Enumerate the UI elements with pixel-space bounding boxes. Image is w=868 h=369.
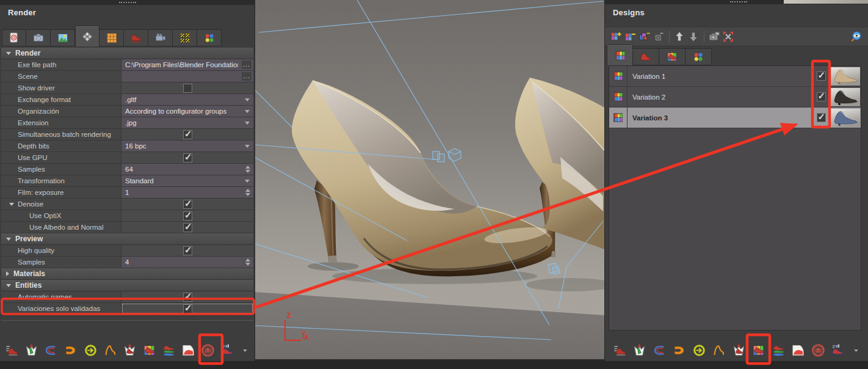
property-row-exe-file-path: Exe file pathC:\Program Files\Blender Fo… xyxy=(1,59,253,71)
tool-move-up[interactable] xyxy=(673,30,686,43)
tool-render-camera[interactable] xyxy=(201,342,215,358)
variation-row[interactable]: Variation 3 xyxy=(609,108,861,128)
chevron-down-icon[interactable] xyxy=(245,98,250,101)
checkbox[interactable] xyxy=(183,211,192,221)
tool-shoe-outline[interactable] xyxy=(652,342,667,358)
move-up-icon xyxy=(673,31,685,43)
variation-checkbox[interactable] xyxy=(817,92,826,101)
checkbox[interactable] xyxy=(183,84,192,93)
tab-shoes[interactable] xyxy=(124,29,148,46)
checkbox[interactable] xyxy=(183,153,192,163)
checkbox[interactable] xyxy=(183,223,192,232)
tool-sole[interactable] xyxy=(791,342,806,358)
tool-shoe-layers[interactable] xyxy=(771,342,786,358)
property-label: High quality xyxy=(1,245,121,256)
property-value: 64 xyxy=(121,164,253,175)
tool-shoe-arrow[interactable] xyxy=(672,342,687,358)
property-value xyxy=(121,129,253,140)
section-header-entities[interactable]: Entities xyxy=(1,280,253,291)
tool-shoe-chart[interactable] xyxy=(220,342,235,358)
heel-shadow xyxy=(308,262,359,271)
tool-import-shoe[interactable] xyxy=(731,342,746,358)
tab-colors[interactable] xyxy=(685,48,712,65)
tool-shoe-outline[interactable] xyxy=(44,342,59,358)
tab-shoe-grid[interactable] xyxy=(659,48,685,65)
tool-variations-grid[interactable] xyxy=(142,342,156,358)
variation-checkbox[interactable] xyxy=(817,71,826,81)
tab-hazard[interactable] xyxy=(173,29,197,46)
tab-camera[interactable] xyxy=(26,29,51,46)
tool-rotate[interactable] xyxy=(83,342,98,358)
tool-duplicate-variation[interactable] xyxy=(638,30,651,43)
section-header-materials[interactable]: Materials xyxy=(1,268,253,280)
tool-remove-variation[interactable] xyxy=(624,30,637,43)
variation-row[interactable]: Variation 1 xyxy=(609,66,861,87)
tool-shoe-list[interactable] xyxy=(612,342,627,358)
tool-variations-grid[interactable] xyxy=(751,342,766,358)
chevron-down-icon xyxy=(6,284,11,287)
chevron-down-icon[interactable] xyxy=(245,145,250,148)
step-down-icon[interactable] xyxy=(245,170,250,173)
tool-import-last[interactable] xyxy=(24,342,39,358)
viewport-3d[interactable]: Z Y X xyxy=(255,0,604,369)
tab-tiles[interactable] xyxy=(75,26,99,46)
tool-preview-eye[interactable] xyxy=(850,30,863,43)
duplicate-variation-icon xyxy=(638,31,651,43)
tool-heel[interactable] xyxy=(103,342,117,358)
chevron-down-icon[interactable] xyxy=(245,180,250,183)
tool-shoe-chart[interactable] xyxy=(831,342,845,358)
section-header-preview[interactable]: Preview xyxy=(1,233,253,245)
property-value: 4 xyxy=(121,257,253,268)
variation-name: Variation 2 xyxy=(627,87,813,107)
variation-checkbox[interactable] xyxy=(817,113,826,122)
browse-button[interactable]: ... xyxy=(242,60,251,69)
stepper[interactable] xyxy=(245,189,250,196)
variation-row[interactable]: Variation 2 xyxy=(609,87,861,108)
drag-handle[interactable] xyxy=(119,2,136,3)
drag-handle[interactable] xyxy=(730,1,747,2)
checkbox[interactable] xyxy=(183,293,192,302)
tool-shoe-arrow[interactable] xyxy=(63,342,78,358)
chevron-down-icon[interactable] xyxy=(245,122,250,125)
tool-sole[interactable] xyxy=(181,342,196,358)
tab-variations[interactable] xyxy=(607,45,633,65)
step-down-icon[interactable] xyxy=(245,193,250,196)
tool-fit-selection[interactable] xyxy=(722,30,735,43)
section-header-render[interactable]: Render xyxy=(1,48,253,59)
tool-render-camera[interactable] xyxy=(811,342,825,358)
browse-button[interactable]: ... xyxy=(242,72,251,81)
step-down-icon[interactable] xyxy=(245,263,250,266)
checkbox[interactable] xyxy=(183,246,192,255)
chevron-down-icon[interactable] xyxy=(245,110,250,113)
tool-shoe-list[interactable] xyxy=(5,342,20,358)
checkbox[interactable] xyxy=(183,130,192,139)
tab-image[interactable] xyxy=(51,29,75,46)
property-value: 16 bpc xyxy=(121,141,253,152)
tool-more[interactable] xyxy=(852,342,860,358)
tool-snapshot[interactable] xyxy=(707,30,721,43)
checkbox[interactable] xyxy=(183,304,192,313)
chevron-down-icon[interactable] xyxy=(9,203,14,206)
step-up-icon[interactable] xyxy=(245,166,250,169)
tool-rotate[interactable] xyxy=(692,342,706,358)
step-up-icon[interactable] xyxy=(245,258,250,261)
tab-colors[interactable] xyxy=(197,29,222,46)
tool-import-last[interactable] xyxy=(632,342,647,358)
tab-render-output[interactable] xyxy=(2,29,26,46)
tab-video[interactable] xyxy=(148,29,173,46)
tool-heel[interactable] xyxy=(712,342,726,358)
tab-grid[interactable] xyxy=(99,29,124,46)
step-up-icon[interactable] xyxy=(245,189,250,192)
tool-import-shoe[interactable] xyxy=(122,342,137,358)
tab-shoe[interactable] xyxy=(633,48,659,65)
tool-add-variation[interactable] xyxy=(610,30,623,43)
property-row-scene: Scene... xyxy=(1,71,253,82)
property-value-text: Standard xyxy=(121,177,154,184)
tool-shoe-layers[interactable] xyxy=(162,342,176,358)
checkbox[interactable] xyxy=(183,200,192,209)
stepper[interactable] xyxy=(245,258,250,266)
stepper[interactable] xyxy=(245,166,250,173)
tool-move-down[interactable] xyxy=(687,30,700,43)
tool-collapse-box[interactable] xyxy=(652,30,665,43)
tool-more[interactable] xyxy=(241,342,250,358)
